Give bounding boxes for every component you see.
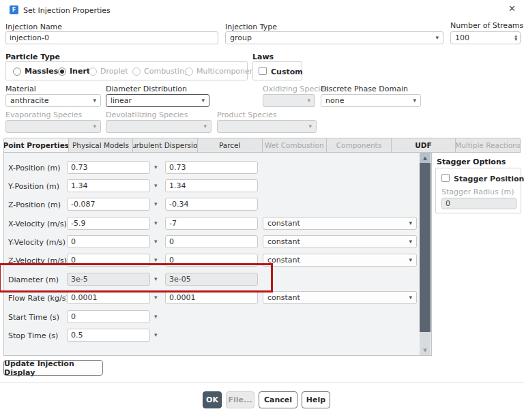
row-flow-rate: Flow Rate (kg/s) ▾ constant ▾ [3, 291, 431, 306]
row-label: X-Position (m) [8, 164, 61, 172]
row-label: X-Velocity (m/s) [8, 220, 67, 228]
tab-udf[interactable]: UDF [392, 138, 456, 153]
z-position-input-2[interactable] [165, 198, 258, 211]
divider [0, 382, 524, 383]
row-label: Y-Position (m) [8, 182, 59, 191]
scroll-up-icon[interactable]: ▲ [420, 153, 431, 163]
y-velocity-input[interactable] [67, 235, 150, 248]
set-injection-properties-dialog: F Set Injection Properties ✕ Injection N… [0, 0, 524, 420]
radio-massless[interactable]: Massless [13, 67, 63, 76]
flow-rate-input-2[interactable] [165, 291, 258, 304]
radio-circle [13, 68, 21, 76]
number-of-streams-value: 100 [455, 33, 469, 42]
injection-name-input[interactable] [5, 31, 218, 44]
tab-parcel[interactable]: Parcel [198, 138, 263, 153]
injection-name-label: Injection Name [5, 22, 62, 31]
tab-components: Components [327, 138, 392, 153]
spin-down-icon[interactable]: ▾ [514, 38, 517, 41]
diameter-distribution-value: linear [111, 96, 132, 105]
chevron-down-icon: ▾ [93, 123, 96, 130]
custom-laws-checkbox[interactable] [259, 67, 267, 75]
x-position-input[interactable] [67, 161, 150, 174]
flow-rate-profile-select[interactable]: constant ▾ [263, 291, 417, 304]
chevron-down-icon[interactable]: ▾ [154, 200, 158, 207]
scrollbar-thumb[interactable] [420, 163, 431, 332]
chevron-down-icon[interactable]: ▾ [154, 331, 158, 338]
chevron-down-icon[interactable]: ▾ [154, 220, 158, 226]
chevron-down-icon: ▾ [307, 97, 310, 104]
row-z-velocity: Z-Velocity (m/s) ▾ constant ▾ [3, 254, 431, 269]
chevron-down-icon: ▾ [203, 123, 207, 130]
chevron-down-icon[interactable]: ▾ [154, 164, 158, 170]
chevron-down-icon: ▾ [409, 257, 412, 263]
z-position-input[interactable] [67, 198, 150, 211]
row-label: Stop Time (s) [8, 331, 58, 340]
diameter-input-2[interactable] [165, 273, 258, 286]
vertical-scrollbar[interactable]: ▲ ▼ [420, 153, 431, 355]
tab-physical-models[interactable]: Physical Models [69, 138, 134, 153]
evaporating-species-select: ▾ [5, 120, 101, 133]
radio-inert[interactable]: Inert [58, 67, 90, 76]
profile-value: constant [267, 219, 300, 228]
chevron-down-icon[interactable]: ▾ [154, 313, 158, 320]
chevron-down-icon: ▾ [409, 220, 412, 226]
update-injection-display-button[interactable]: Update Injection Display [3, 360, 103, 376]
close-icon[interactable]: ✕ [508, 3, 516, 14]
injection-type-select[interactable]: group ▾ [225, 31, 443, 44]
chevron-down-icon: ▾ [409, 295, 412, 301]
cancel-button[interactable]: Cancel [259, 391, 297, 408]
y-velocity-profile-select[interactable]: constant ▾ [263, 235, 417, 248]
product-species-label: Product Species [217, 110, 277, 119]
profile-value: constant [267, 256, 300, 265]
z-velocity-input-2[interactable] [165, 254, 258, 267]
row-label: Start Time (s) [8, 313, 59, 322]
diameter-input[interactable] [67, 273, 150, 286]
radio-circle [89, 68, 97, 76]
x-velocity-profile-select[interactable]: constant ▾ [263, 217, 417, 230]
properties-tabbar: Point Properties Physical Models Turbule… [3, 138, 521, 153]
oxidizing-species-select: ▾ [263, 94, 315, 107]
chevron-down-icon[interactable]: ▾ [154, 275, 158, 282]
row-label: Flow Rate (kg/s) [8, 294, 69, 303]
chevron-down-icon: ▾ [409, 239, 412, 245]
stagger-radius-input [441, 198, 516, 209]
diameter-distribution-label: Diameter Distribution [106, 85, 187, 93]
chevron-down-icon[interactable]: ▾ [154, 256, 158, 263]
scroll-down-icon[interactable]: ▼ [420, 345, 431, 355]
profile-value: constant [267, 237, 300, 246]
x-position-input-2[interactable] [165, 161, 258, 174]
diameter-distribution-select[interactable]: linear ▾ [106, 94, 209, 107]
chevron-down-icon[interactable]: ▾ [154, 238, 158, 245]
y-position-input-2[interactable] [165, 179, 258, 192]
ok-button[interactable]: OK [203, 391, 222, 408]
tab-turbulent-dispersion[interactable]: Turbulent Dispersion [133, 138, 198, 153]
stagger-radius-label: Stagger Radius (m) [441, 188, 514, 196]
start-time-input[interactable] [67, 310, 150, 323]
z-velocity-input[interactable] [67, 254, 150, 267]
x-velocity-input[interactable] [67, 217, 150, 230]
laws-label: Laws [252, 52, 274, 61]
number-of-streams-stepper[interactable]: 100 ▴ ▾ [450, 31, 521, 44]
x-velocity-input-2[interactable] [165, 217, 258, 230]
help-button[interactable]: Help [302, 391, 330, 408]
stop-time-input[interactable] [67, 329, 150, 342]
y-position-input[interactable] [67, 179, 150, 192]
stagger-positions-checkbox[interactable] [441, 174, 450, 182]
row-y-velocity: Y-Velocity (m/s) ▾ constant ▾ [3, 235, 431, 250]
stagger-options-title: Stagger Options [437, 158, 506, 166]
material-select[interactable]: anthracite ▾ [5, 94, 101, 107]
evaporating-species-label: Evaporating Species [5, 110, 82, 119]
z-velocity-profile-select[interactable]: constant ▾ [263, 254, 417, 267]
chevron-down-icon[interactable]: ▾ [154, 182, 158, 189]
y-velocity-input-2[interactable] [165, 235, 258, 248]
discrete-phase-domain-select[interactable]: none ▾ [321, 94, 421, 107]
chevron-down-icon[interactable]: ▾ [154, 294, 158, 301]
tab-multiple-reactions: Multiple Reactions [456, 138, 521, 153]
tab-point-properties[interactable]: Point Properties [3, 138, 69, 153]
chevron-down-icon: ▾ [93, 97, 96, 104]
laws-group: Custom [252, 61, 302, 80]
flow-rate-input[interactable] [67, 291, 150, 304]
row-diameter: Diameter (m) ▾ [3, 273, 431, 288]
row-x-position: X-Position (m) ▾ [3, 161, 431, 176]
file-button[interactable]: File... [226, 391, 254, 408]
